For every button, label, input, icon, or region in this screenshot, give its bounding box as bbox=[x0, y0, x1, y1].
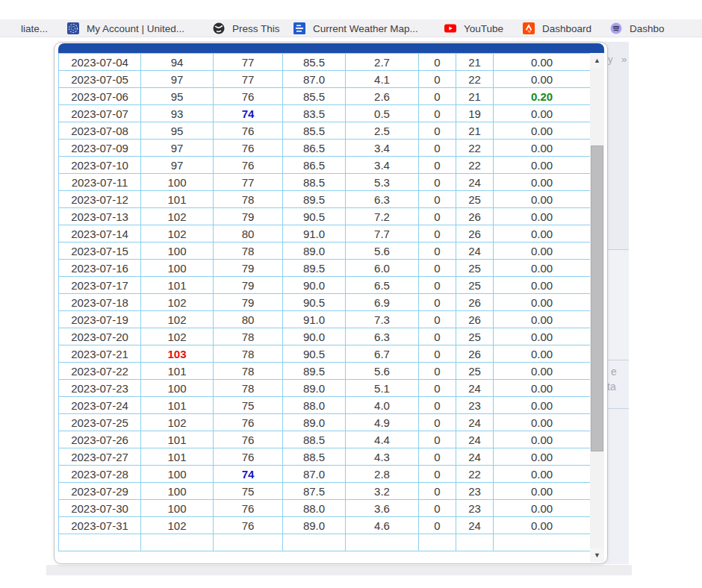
table-cell: 79 bbox=[214, 260, 283, 277]
bookmark-item[interactable]: My Account | United... bbox=[67, 19, 184, 37]
table-cell: 0.00 bbox=[494, 345, 591, 363]
table-cell: 22 bbox=[456, 466, 494, 483]
table-cell: 0 bbox=[419, 414, 456, 431]
bookmark-item[interactable]: Dashboard bbox=[523, 19, 591, 37]
table-cell: 6.0 bbox=[346, 260, 419, 277]
scrollbar-thumb[interactable] bbox=[591, 146, 603, 451]
table-cell: 2023-07-10 bbox=[59, 157, 141, 174]
table-row: 2023-07-191028091.07.30260.00 bbox=[59, 311, 591, 328]
table-cell: 0 bbox=[419, 397, 456, 414]
table-cell: 80 bbox=[214, 311, 283, 328]
bookmark-item[interactable]: YouTube bbox=[444, 19, 503, 37]
table-cell: 0 bbox=[419, 363, 456, 380]
bookmark-label: YouTube bbox=[464, 23, 503, 34]
table-row: 2023-07-311027689.04.60240.00 bbox=[59, 517, 591, 534]
table-cell: 0.5 bbox=[346, 105, 419, 122]
table-cell: 0.00 bbox=[494, 517, 591, 534]
bookmarks-bar: liate...My Account | United...Press This… bbox=[0, 19, 702, 37]
table-header-bar bbox=[58, 43, 604, 53]
table-cell: 2.5 bbox=[346, 122, 419, 140]
table-cell: 25 bbox=[456, 277, 494, 294]
table-cell: 76 bbox=[214, 140, 283, 157]
bookmark-item[interactable]: liate... bbox=[21, 19, 48, 37]
table-row: 2023-07-151007889.05.60240.00 bbox=[59, 243, 591, 260]
table-cell: 0.00 bbox=[494, 277, 591, 294]
up-arrow-icon: ▲ bbox=[594, 57, 600, 64]
table-cell: 86.5 bbox=[283, 140, 346, 157]
table-cell: 89.5 bbox=[283, 191, 346, 208]
table-cell: 88.5 bbox=[283, 174, 346, 191]
bookmark-label: liate... bbox=[21, 23, 48, 34]
table-cell: 89.0 bbox=[283, 517, 346, 534]
table-cell: 97 bbox=[141, 71, 214, 88]
table-cell: 23 bbox=[456, 483, 494, 500]
table-cell: 0.00 bbox=[494, 71, 591, 88]
table-cell: 0.00 bbox=[494, 105, 591, 122]
table-cell: 0 bbox=[419, 500, 456, 517]
table-cell: 77 bbox=[214, 54, 283, 71]
table-cell: 7.2 bbox=[346, 208, 419, 225]
table-cell: 0.00 bbox=[494, 431, 591, 448]
table-cell: 0.00 bbox=[494, 243, 591, 260]
table-cell: 24 bbox=[456, 380, 494, 397]
table-cell: 91.0 bbox=[283, 311, 346, 328]
table-cell: 76 bbox=[214, 500, 283, 517]
page-background-band bbox=[46, 565, 632, 575]
table-cell: 25 bbox=[456, 260, 494, 277]
table-cell: 100 bbox=[141, 466, 214, 483]
table-cell: 24 bbox=[456, 414, 494, 431]
table-row: 2023-07-211037890.56.70260.00 bbox=[59, 345, 591, 363]
table-cell: 89.0 bbox=[283, 380, 346, 397]
table-cell: 0 bbox=[419, 88, 456, 105]
scroll-up-button[interactable]: ▲ bbox=[590, 53, 604, 68]
table-cell bbox=[59, 534, 141, 551]
table-cell: 2023-07-20 bbox=[59, 328, 141, 345]
table-cell: 26 bbox=[456, 225, 494, 243]
table-row: 2023-07-09977686.53.40220.00 bbox=[59, 140, 591, 157]
table-cell: 0.00 bbox=[494, 311, 591, 328]
bookmark-item[interactable]: Dashbo bbox=[610, 19, 665, 37]
table-cell: 102 bbox=[141, 311, 214, 328]
table-cell: 101 bbox=[141, 277, 214, 294]
table-cell: 101 bbox=[141, 431, 214, 448]
table-cell: 0.00 bbox=[494, 225, 591, 243]
vertical-scrollbar[interactable]: ▲ ▼ bbox=[590, 53, 604, 563]
weather-data-panel: 2023-07-04947785.52.70210.002023-07-0597… bbox=[54, 42, 608, 564]
table-cell: 0 bbox=[419, 243, 456, 260]
table-cell: 76 bbox=[214, 122, 283, 140]
table-cell: 74 bbox=[214, 466, 283, 483]
table-cell: 2023-07-12 bbox=[59, 191, 141, 208]
table-cell: 78 bbox=[214, 363, 283, 380]
table-cell: 25 bbox=[456, 328, 494, 345]
table-cell: 101 bbox=[141, 448, 214, 466]
bookmark-item[interactable]: Current Weather Map... bbox=[293, 19, 418, 37]
table-cell: 0.00 bbox=[494, 174, 591, 191]
scroll-down-button[interactable]: ▼ bbox=[590, 548, 604, 563]
table-cell: 0.00 bbox=[494, 380, 591, 397]
table-cell bbox=[283, 534, 346, 551]
weather-table: 2023-07-04947785.52.70210.002023-07-0597… bbox=[58, 53, 591, 551]
table-cell: 88.5 bbox=[283, 431, 346, 448]
table-cell: 2023-07-07 bbox=[59, 105, 141, 122]
table-cell: 0.00 bbox=[494, 191, 591, 208]
table-cell: 90.0 bbox=[283, 277, 346, 294]
table-cell: 0.00 bbox=[494, 500, 591, 517]
table-cell: 100 bbox=[141, 174, 214, 191]
table-row: 2023-07-04947785.52.70210.00 bbox=[59, 54, 591, 71]
table-cell: 97 bbox=[141, 140, 214, 157]
bookmark-label: My Account | United... bbox=[87, 23, 184, 34]
table-cell: 2023-07-31 bbox=[59, 517, 141, 534]
table-cell: 0 bbox=[419, 54, 456, 71]
table-cell: 23 bbox=[456, 500, 494, 517]
table-cell: 78 bbox=[214, 243, 283, 260]
table-cell: 102 bbox=[141, 225, 214, 243]
table-cell: 24 bbox=[456, 448, 494, 466]
table-cell: 76 bbox=[214, 431, 283, 448]
table-cell: 26 bbox=[456, 345, 494, 363]
table-cell: 100 bbox=[141, 483, 214, 500]
table-cell: 0 bbox=[419, 71, 456, 88]
table-cell: 2023-07-08 bbox=[59, 122, 141, 140]
table-cell: 100 bbox=[141, 380, 214, 397]
bookmark-item[interactable]: Press This bbox=[213, 19, 280, 37]
table-cell: 90.5 bbox=[283, 345, 346, 363]
